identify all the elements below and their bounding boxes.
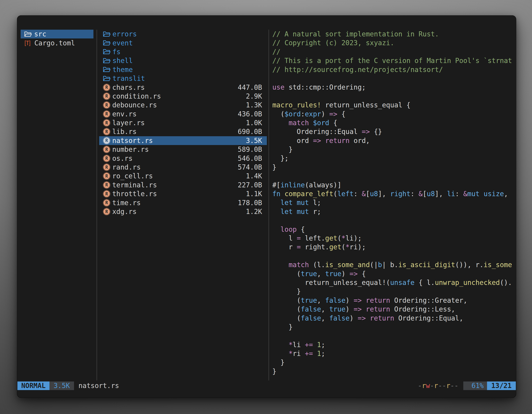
file-row-time.rs[interactable]: Rtime.rs178.0B (99, 198, 267, 207)
item-label: ro_cell.rs (112, 172, 153, 180)
file-size: 2.9K (246, 92, 262, 100)
file-size: 690.0B (238, 128, 262, 136)
file-row-chars.rs[interactable]: Rchars.rs447.0B (99, 83, 267, 92)
item-label: number.rs (112, 145, 149, 154)
file-size: 546.0B (238, 154, 262, 163)
item-label: natsort.rs (112, 137, 153, 144)
item-label: rand.rs (112, 163, 141, 171)
code-line: // (272, 48, 530, 56)
file-row-ro_cell.rs[interactable]: Rro_cell.rs1.4K (99, 172, 267, 180)
code-line: return_unless_equal!(unsafe { l.unwrap_u… (272, 278, 530, 287)
rust-file-icon: R (104, 164, 110, 170)
file-size: 589.0B (238, 145, 262, 154)
rust-file-icon: R (104, 128, 110, 135)
file-row-throttle.rs[interactable]: Rthrottle.rs1.1K (99, 189, 267, 198)
file-size: 1.2K (246, 208, 262, 216)
parent-item-Cargo.toml[interactable]: [T]Cargo.toml (21, 39, 94, 47)
statusbar-spacer (119, 382, 418, 390)
item-label: env.rs (112, 110, 137, 118)
code-line: // Copyright (c) 2023, sxyazi. (272, 39, 530, 47)
rust-file-icon: R (104, 155, 110, 162)
current-pane: errors event fs shell theme translitRcha… (99, 30, 267, 216)
file-row-terminal.rs[interactable]: Rterminal.rs227.0B (99, 181, 267, 189)
code-line: } (272, 358, 530, 367)
file-size: 436.0B (238, 110, 262, 118)
file-size: 3.5K (246, 137, 262, 144)
file-size: 447.0B (238, 83, 262, 91)
rust-file-icon: R (104, 191, 110, 197)
code-line: } (272, 163, 530, 172)
code-line (272, 74, 530, 83)
code-line: loop { (272, 225, 530, 234)
parent-item-src[interactable]: src (21, 30, 94, 39)
code-line: #[inline(always)] (272, 181, 530, 189)
file-row-rand.rs[interactable]: Rrand.rs574.0B (99, 163, 267, 172)
code-line: } (272, 323, 530, 331)
file-row-number.rs[interactable]: Rnumber.rs589.0B (99, 145, 267, 154)
code-line: (true, true) => { (272, 270, 530, 278)
code-line: }; (272, 154, 530, 163)
item-label: translit (113, 75, 145, 82)
file-row-natsort.rs[interactable]: Rnatsort.rs3.5K (99, 136, 267, 145)
file-size: 227.0B (238, 181, 262, 189)
file-row-xdg.rs[interactable]: Rxdg.rs1.2K (99, 207, 267, 216)
item-label: chars.rs (112, 83, 145, 91)
position-badge: 13/21 (487, 382, 516, 390)
file-row-env.rs[interactable]: Renv.rs436.0B (99, 110, 267, 118)
dir-row-shell[interactable]: shell (99, 56, 267, 65)
file-row-layer.rs[interactable]: Rlayer.rs1.0K (99, 118, 267, 127)
dir-row-errors[interactable]: errors (99, 30, 267, 39)
folder-open-icon (103, 66, 111, 73)
file-size: 1.3K (246, 101, 262, 109)
folder-open-icon (103, 40, 111, 46)
code-line: } (272, 145, 530, 154)
folder-open-icon (103, 31, 111, 38)
toml-file-icon: [T] (24, 39, 30, 47)
yazi-window: src[T]Cargo.toml errors event fs shell t… (17, 15, 516, 398)
code-line (272, 172, 530, 180)
rust-file-icon: R (104, 102, 110, 108)
item-label: fs (113, 48, 121, 56)
code-line: *li += 1; (272, 340, 530, 349)
item-label: condition.rs (112, 92, 161, 100)
pane-separator-2 (268, 30, 269, 380)
dir-row-translit[interactable]: translit (99, 74, 267, 83)
file-size: 1.1K (246, 190, 262, 198)
item-label: os.rs (112, 154, 133, 163)
item-label: lib.rs (112, 128, 137, 136)
item-label: src (34, 30, 47, 38)
code-line: use std::cmp::Ordering; (272, 83, 530, 92)
code-line: (false, false) => return Ordering::Equal… (272, 314, 530, 323)
item-label: errors (113, 30, 137, 38)
folder-open-icon (103, 58, 111, 64)
file-row-debounce.rs[interactable]: Rdebounce.rs1.3K (99, 101, 267, 109)
code-line (272, 92, 530, 101)
file-size: 574.0B (238, 163, 262, 171)
code-line (272, 216, 530, 225)
code-line: *ri += 1; (272, 349, 530, 358)
percent-badge: 61% (463, 382, 487, 390)
code-line: (true, false) => return Ordering::Greate… (272, 296, 530, 305)
item-label: shell (113, 57, 133, 65)
code-line: l = left.get(*li); (272, 234, 530, 243)
code-line: r = right.get(*ri); (272, 243, 530, 251)
file-row-condition.rs[interactable]: Rcondition.rs2.9K (99, 92, 267, 101)
mode-badge: NORMAL (17, 382, 49, 390)
code-line (272, 331, 530, 340)
code-line: let mut l; (272, 198, 530, 207)
item-label: debounce.rs (112, 101, 157, 109)
code-line: Ordering::Equal => {} (272, 127, 530, 136)
rust-file-icon: R (104, 120, 110, 126)
code-line: } (272, 367, 530, 376)
dir-row-theme[interactable]: theme (99, 65, 267, 74)
item-label: Cargo.toml (34, 39, 75, 47)
code-line: match $ord { (272, 118, 530, 127)
rust-file-icon: R (104, 173, 110, 179)
pane-separator-1 (96, 30, 97, 380)
dir-row-event[interactable]: event (99, 39, 267, 47)
dir-row-fs[interactable]: fs (99, 48, 267, 56)
file-row-lib.rs[interactable]: Rlib.rs690.0B (99, 127, 267, 136)
item-label: xdg.rs (112, 208, 137, 216)
file-size: 1.0K (246, 119, 262, 127)
file-row-os.rs[interactable]: Ros.rs546.0B (99, 154, 267, 163)
